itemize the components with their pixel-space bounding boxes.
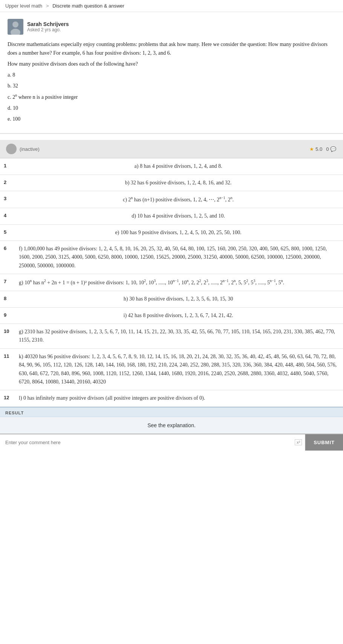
- row-number: 6: [0, 241, 14, 274]
- answer-table: 1a) 8 has 4 positive divisors, 1, 2, 4, …: [0, 158, 343, 406]
- star-icon: ★: [309, 146, 314, 152]
- svg-point-1: [12, 21, 18, 28]
- row-content: g) 10n has n2 + 2n + 1 = (n + 1)² positi…: [14, 274, 343, 291]
- question-option-e: e. 100: [8, 115, 335, 123]
- row-number: 11: [0, 348, 14, 390]
- result-section: RESULT See the explanation.: [0, 407, 343, 434]
- author-avatar: [8, 19, 23, 35]
- row-content: g) 2310 has 32 positive divisors, 1, 2, …: [14, 324, 343, 349]
- answer-comments: 0 💬: [326, 146, 337, 152]
- table-row: 3c) 2n has (n+1) positive divisors, 1, 2…: [0, 191, 343, 208]
- row-number: 7: [0, 274, 14, 291]
- row-number: 2: [0, 175, 14, 191]
- result-text: See the explanation.: [0, 417, 343, 434]
- row-content: a) 8 has 4 positive divisors, 1, 2, 4, a…: [14, 158, 343, 175]
- table-row: 12l) 0 has infinitely many positive divi…: [0, 390, 343, 406]
- table-row: 11k) 40320 has 96 positive divisors: 1, …: [0, 348, 343, 390]
- row-number: 12: [0, 390, 14, 406]
- breadcrumb: Upper level math > Discrete math questio…: [0, 0, 343, 12]
- row-content: c) 2n has (n+1) positive divisors, 1, 2,…: [14, 191, 343, 208]
- result-label: RESULT: [0, 408, 343, 417]
- row-number: 3: [0, 191, 14, 208]
- superscript-button[interactable]: x²: [295, 439, 302, 445]
- answer-rating: ★ 5.0: [309, 146, 322, 152]
- answer-user: (inactive): [6, 144, 40, 154]
- author-name: Sarah Schrijvers: [27, 21, 69, 27]
- row-number: 8: [0, 291, 14, 307]
- rating-value: 5.0: [315, 146, 322, 152]
- question-section: Sarah Schrijvers Asked 2 yrs ago. Discre…: [0, 12, 343, 134]
- table-row: 2b) 32 has 6 positive divisors, 1, 2, 4,…: [0, 175, 343, 191]
- author-time: Asked 2 yrs ago.: [27, 27, 69, 32]
- table-row: 6f) 1,000,000 has 49 positive divisors: …: [0, 241, 343, 274]
- answer-header: (inactive) ★ 5.0 0 💬: [0, 140, 343, 158]
- table-row: 10g) 2310 has 32 positive divisors, 1, 2…: [0, 324, 343, 349]
- row-content: f) 1,000,000 has 49 positive divisors: 1…: [14, 241, 343, 274]
- table-row: 4d) 10 has 4 positive divisors, 1, 2, 5,…: [0, 208, 343, 224]
- question-paragraph-2: How many positive divisors does each of …: [8, 60, 335, 68]
- row-number: 4: [0, 208, 14, 224]
- question-option-a: a. 8: [8, 71, 335, 79]
- comment-input[interactable]: [0, 434, 305, 451]
- row-content: h) 30 has 8 positive divisors, 1, 2, 3, …: [14, 291, 343, 307]
- question-paragraph-1: Discrete mathematicians especially enjoy…: [8, 40, 335, 57]
- table-row: 8h) 30 has 8 positive divisors, 1, 2, 3,…: [0, 291, 343, 307]
- question-text: Discrete mathematicians especially enjoy…: [8, 40, 335, 123]
- author-row: Sarah Schrijvers Asked 2 yrs ago.: [8, 19, 335, 35]
- row-content: e) 100 has 9 positive divisors, 1, 2, 4,…: [14, 224, 343, 241]
- submit-button[interactable]: SUBMIT: [305, 434, 343, 451]
- table-row: 1a) 8 has 4 positive divisors, 1, 2, 4, …: [0, 158, 343, 175]
- row-number: 9: [0, 307, 14, 324]
- comment-input-wrapper[interactable]: x²: [0, 434, 305, 451]
- comment-count: 0: [326, 146, 329, 152]
- breadcrumb-current: Discrete math question & answer: [52, 3, 124, 9]
- table-row: 5e) 100 has 9 positive divisors, 1, 2, 4…: [0, 224, 343, 241]
- row-number: 10: [0, 324, 14, 349]
- row-content: b) 32 has 6 positive divisors, 1, 2, 4, …: [14, 175, 343, 191]
- answer-username: (inactive): [20, 146, 40, 152]
- row-content: l) 0 has infinitely many positive diviso…: [14, 390, 343, 406]
- row-content: i) 42 has 8 positive divisors, 1, 2, 3, …: [14, 307, 343, 324]
- answer-section: (inactive) ★ 5.0 0 💬 1a) 8 has 4 positiv…: [0, 140, 343, 406]
- answer-meta: ★ 5.0 0 💬: [309, 146, 337, 152]
- comment-section[interactable]: x² SUBMIT: [0, 434, 343, 451]
- table-row: 9i) 42 has 8 positive divisors, 1, 2, 3,…: [0, 307, 343, 324]
- comment-bubble-icon: 💬: [330, 146, 336, 152]
- table-row: 7g) 10n has n2 + 2n + 1 = (n + 1)² posit…: [0, 274, 343, 291]
- question-option-c: c. 2n where n is a positive integer: [8, 92, 335, 101]
- answer-user-avatar: [6, 144, 17, 154]
- breadcrumb-parent[interactable]: Upper level math: [5, 3, 42, 9]
- question-option-d: d. 10: [8, 104, 335, 112]
- question-option-b: b. 32: [8, 81, 335, 90]
- row-content: k) 40320 has 96 positive divisors: 1, 2,…: [14, 348, 343, 390]
- author-info: Sarah Schrijvers Asked 2 yrs ago.: [27, 21, 69, 32]
- breadcrumb-separator: >: [46, 3, 50, 9]
- row-content: d) 10 has 4 positive divisors, 1, 2, 5, …: [14, 208, 343, 224]
- row-number: 5: [0, 224, 14, 241]
- row-number: 1: [0, 158, 14, 175]
